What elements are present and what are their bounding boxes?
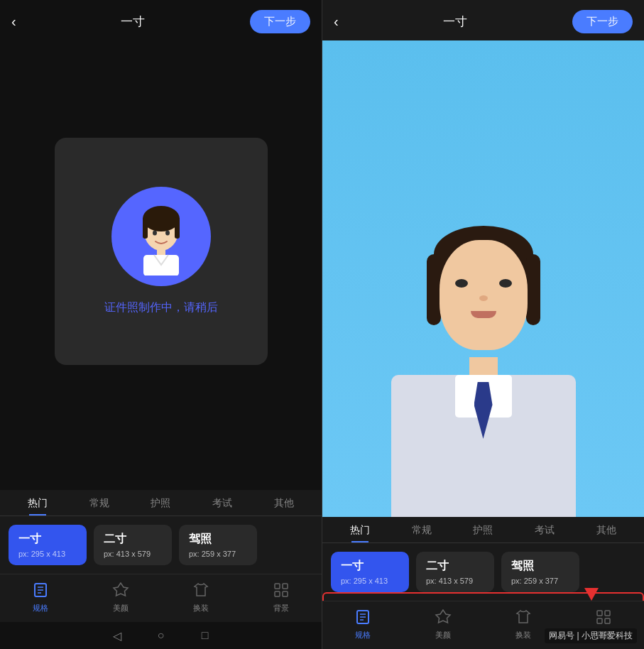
- red-arrow-wrapper: [584, 588, 599, 601]
- svg-rect-14: [275, 591, 280, 596]
- right-toolbar-spec-label: 规格: [355, 630, 371, 640]
- svg-point-1: [143, 206, 180, 231]
- svg-rect-23: [605, 618, 610, 623]
- left-toolbar-spec[interactable]: 规格: [0, 580, 80, 613]
- neck: [469, 357, 498, 375]
- right-beauty-icon: [433, 607, 453, 627]
- svg-rect-20: [597, 611, 602, 616]
- left-nav-bar: ‹ 一寸 下一步: [0, 0, 322, 40]
- left-category-tabs: 热门 常规 护照 考试 其他: [0, 490, 322, 516]
- watermark: 网易号 | 小思哥爱科技: [545, 628, 637, 643]
- avatar-circle: [111, 187, 211, 286]
- nose: [479, 295, 488, 301]
- processing-card: 证件照制作中，请稍后: [55, 138, 268, 365]
- right-spec-icon: [353, 607, 373, 627]
- photo-bg: [322, 40, 644, 517]
- right-back-button[interactable]: ‹: [334, 13, 339, 30]
- right-photo-area: [322, 40, 644, 517]
- left-tab-hot[interactable]: 热门: [7, 490, 69, 516]
- left-size-name-0: 一寸: [18, 532, 77, 547]
- right-size-card-yicun[interactable]: 一寸 px: 295 x 413: [331, 552, 409, 592]
- right-size-px-0: px: 295 x 413: [341, 577, 399, 585]
- left-back-button[interactable]: ‹: [11, 13, 16, 30]
- svg-rect-3: [175, 217, 180, 239]
- person-container: [384, 88, 583, 517]
- left-size-name-2: 驾照: [189, 532, 247, 547]
- right-tab-normal[interactable]: 常规: [391, 517, 453, 542]
- right-tab-exam[interactable]: 考试: [514, 517, 576, 542]
- shirt: [391, 375, 576, 517]
- left-size-px-1: px: 413 x 579: [104, 550, 162, 558]
- left-toolbar-bg[interactable]: 背景: [241, 580, 322, 613]
- red-arrow-icon: [584, 588, 599, 601]
- eye-right: [499, 279, 512, 288]
- face: [440, 240, 528, 350]
- right-size-name-1: 二寸: [426, 559, 484, 574]
- svg-rect-22: [597, 618, 602, 623]
- hair-right: [526, 254, 540, 325]
- left-spec-icon: [31, 580, 50, 600]
- left-tab-other[interactable]: 其他: [253, 490, 315, 516]
- right-tab-other[interactable]: 其他: [575, 517, 637, 542]
- right-tab-passport[interactable]: 护照: [452, 517, 514, 542]
- left-size-name-1: 二寸: [104, 532, 162, 547]
- left-size-px-0: px: 295 x 413: [18, 550, 77, 558]
- left-beauty-icon: [111, 580, 131, 600]
- left-android-nav: ◁ ○ □: [0, 622, 322, 649]
- left-toolbar-outfit[interactable]: 换装: [161, 580, 241, 613]
- right-outfit-icon: [513, 607, 533, 627]
- left-size-options: 一寸 px: 295 x 413 二寸 px: 413 x 579 驾照 px:…: [0, 516, 322, 574]
- left-toolbar-beauty-label: 美颜: [113, 603, 129, 613]
- left-size-card-ercun[interactable]: 二寸 px: 413 x 579: [94, 525, 172, 565]
- svg-point-4: [153, 231, 157, 236]
- head-container: [427, 226, 540, 357]
- left-tab-passport[interactable]: 护照: [130, 490, 192, 516]
- eye-left: [455, 279, 468, 288]
- right-size-card-jiazhao[interactable]: 驾照 px: 259 x 377: [501, 552, 579, 592]
- left-size-card-jiazhao[interactable]: 驾照 px: 259 x 377: [179, 525, 257, 565]
- right-toolbar-beauty-label: 美颜: [435, 630, 451, 640]
- left-bg-icon: [271, 580, 291, 600]
- right-size-name-0: 一寸: [341, 559, 399, 574]
- right-toolbar-outfit-label: 换装: [515, 630, 531, 640]
- right-size-px-2: px: 259 x 377: [511, 577, 569, 585]
- left-android-home[interactable]: ○: [153, 628, 169, 643]
- left-tab-normal[interactable]: 常规: [69, 490, 131, 516]
- processing-text: 证件照制作中，请稍后: [104, 300, 218, 315]
- left-bottom-toolbar: 规格 美颜 换装 背景: [0, 574, 322, 622]
- svg-rect-2: [143, 217, 148, 239]
- left-android-back[interactable]: ◁: [109, 628, 125, 643]
- right-size-card-ercun[interactable]: 二寸 px: 413 x 579: [416, 552, 494, 592]
- left-toolbar-bg-label: 背景: [273, 603, 289, 613]
- right-nav-bar: ‹ 一寸 下一步: [322, 0, 644, 40]
- left-toolbar-outfit-label: 换装: [193, 603, 209, 613]
- left-toolbar-spec-label: 规格: [33, 603, 48, 613]
- svg-rect-15: [283, 591, 288, 596]
- right-next-button[interactable]: 下一步: [572, 10, 633, 33]
- svg-point-5: [165, 231, 170, 236]
- right-panel: ‹ 一寸 下一步: [322, 0, 644, 649]
- right-size-px-1: px: 413 x 579: [426, 577, 484, 585]
- hair-left: [427, 254, 441, 325]
- left-next-button[interactable]: 下一步: [250, 10, 310, 33]
- left-outfit-icon: [191, 580, 211, 600]
- tie: [474, 382, 493, 439]
- right-nav-title: 一寸: [443, 13, 467, 30]
- right-bg-icon: [594, 607, 613, 627]
- svg-rect-13: [283, 584, 288, 589]
- svg-rect-21: [605, 611, 610, 616]
- left-size-px-2: px: 259 x 377: [189, 550, 247, 558]
- svg-rect-12: [275, 584, 280, 589]
- left-android-recent[interactable]: □: [197, 628, 213, 643]
- right-toolbar-beauty[interactable]: 美颜: [403, 607, 483, 640]
- right-tab-hot[interactable]: 热门: [329, 517, 391, 542]
- right-size-name-2: 驾照: [511, 559, 569, 574]
- avatar-icon: [122, 197, 200, 276]
- right-category-tabs: 热门 常规 护照 考试 其他: [322, 517, 644, 543]
- mouth: [471, 311, 496, 318]
- left-main-content: 证件照制作中，请稍后: [0, 40, 322, 490]
- left-size-card-yicun[interactable]: 一寸 px: 295 x 413: [9, 525, 87, 565]
- left-toolbar-beauty[interactable]: 美颜: [80, 580, 160, 613]
- right-toolbar-spec[interactable]: 规格: [322, 607, 403, 640]
- left-tab-exam[interactable]: 考试: [192, 490, 253, 516]
